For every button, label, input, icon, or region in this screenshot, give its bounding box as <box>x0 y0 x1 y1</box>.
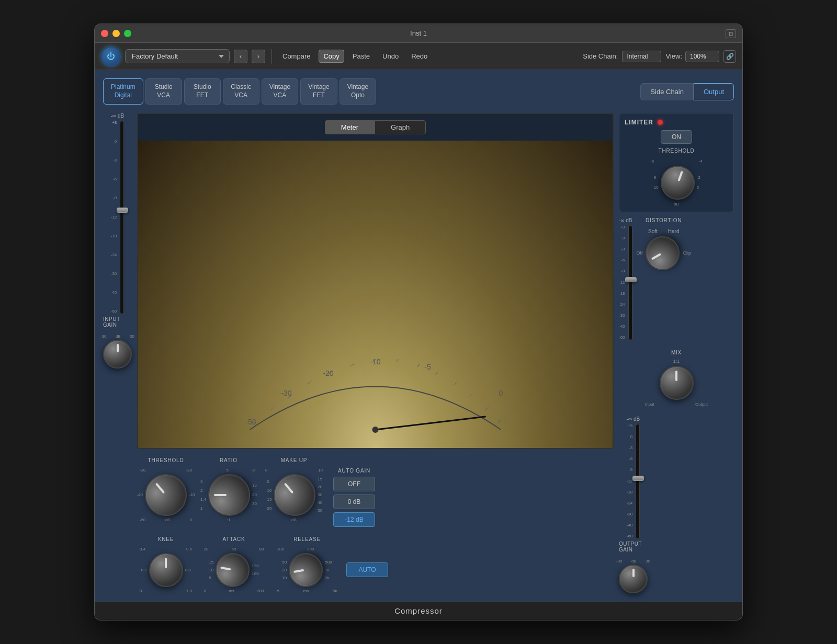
undo-button[interactable]: Undo <box>378 50 403 62</box>
ratio-knob[interactable] <box>208 474 250 516</box>
auto-gain-0db[interactable]: 0 dB <box>333 494 375 509</box>
input-gain-fader-handle[interactable] <box>117 208 128 213</box>
limiter-on-button[interactable]: ON <box>661 130 692 144</box>
auto-gain-12db[interactable]: -12 dB <box>333 512 375 527</box>
mode-tabs: Platinum Digital Studio VCA Studio FET C… <box>103 78 734 104</box>
meter-display: Meter Graph <box>137 113 614 449</box>
preset-dropdown[interactable]: Factory Default <box>125 49 230 63</box>
input-gain-db-top: -∞ dB <box>111 113 124 119</box>
expand-button[interactable]: ⊡ <box>726 29 736 38</box>
attack-section: ATTACK 20 50 80 15 10 5 <box>200 536 268 593</box>
plugin-footer: Compressor <box>95 602 742 620</box>
svg-line-16 <box>454 382 457 385</box>
scale-mark-60: -60 <box>111 309 117 314</box>
sidechain-label: Side Chain: <box>583 52 618 60</box>
sidechain-select[interactable]: Internal <box>622 51 661 62</box>
toolbar-divider <box>272 49 272 64</box>
tab-output[interactable]: Output <box>694 83 734 100</box>
output-gain-scale: +3 0 -3 -6 -9 -12 -18 -24 -30 -40 -60 <box>627 424 633 539</box>
right-middle-row: -∞ dB +3 0 -3 -6 -9 -12 -18 -24 <box>619 217 734 340</box>
view-select[interactable]: 100% <box>685 51 719 62</box>
tab-vintage-vca[interactable]: Vintage VCA <box>262 78 298 104</box>
svg-line-11 <box>350 364 355 366</box>
output-gain-label: OUTPUT GAIN <box>619 541 648 553</box>
svg-text:-10: -10 <box>370 358 380 366</box>
tab-vintage-fet[interactable]: Vintage FET <box>300 78 337 104</box>
input-gain-label: INPUT GAIN <box>103 316 132 328</box>
attack-knob[interactable] <box>213 550 252 589</box>
knee-knob[interactable] <box>149 553 183 587</box>
minimize-button[interactable] <box>112 30 120 37</box>
close-button[interactable] <box>101 30 108 37</box>
svg-line-18 <box>485 407 489 410</box>
scale-mark-3n: -3 <box>113 158 117 163</box>
compare-button[interactable]: Compare <box>278 50 314 62</box>
copy-button[interactable]: Copy <box>319 50 344 63</box>
link-button[interactable]: 🔗 <box>723 50 736 63</box>
tab-platinum-digital[interactable]: Platinum Digital <box>103 78 143 104</box>
distortion-off: Off <box>637 250 643 256</box>
distortion-soft: Soft <box>648 228 658 234</box>
right-section: LIMITER ON THRESHOLD -6 -4 -8 <box>619 113 734 593</box>
vu-meter-svg: -50 -30 -20 -10 -5 0 <box>149 333 602 438</box>
toolbar: ⏻ Factory Default ‹ › Compare Copy Paste… <box>95 43 742 70</box>
tab-studio-fet[interactable]: Studio FET <box>184 78 221 104</box>
scale-mark-0: 0 <box>115 140 117 144</box>
output-gain-fader-section: -∞ dB +3 0 -3 -6 -9 -12 -18 -24 -30 <box>619 416 648 593</box>
output-gain-knob[interactable] <box>619 565 648 593</box>
nav-next-button[interactable]: › <box>252 50 265 63</box>
svg-line-13 <box>397 359 399 362</box>
output-gain-fader-track[interactable] <box>636 424 640 539</box>
meter-view-tabs: Meter Graph <box>325 120 426 134</box>
limiter-threshold-knob[interactable] <box>656 160 699 204</box>
input-gain-fader-track[interactable] <box>120 121 124 314</box>
paste-button[interactable]: Paste <box>348 50 374 62</box>
plugin-body: Platinum Digital Studio VCA Studio FET C… <box>95 70 742 601</box>
limiter-output-fader: -∞ dB +3 0 -3 -6 -9 -12 -18 -24 <box>619 217 632 340</box>
center-section: Meter Graph <box>137 113 614 593</box>
window-title: Inst 1 <box>410 29 427 37</box>
limiter-fader-handle[interactable] <box>625 277 637 282</box>
limiter-fader-track[interactable] <box>628 225 632 340</box>
auto-release-button[interactable]: AUTO <box>346 562 388 577</box>
window-controls <box>101 30 131 37</box>
mix-knob[interactable] <box>660 366 694 400</box>
scale-mark-3: +3 <box>112 121 117 125</box>
makeup-knob[interactable] <box>265 465 324 524</box>
output-gain-db-top: -∞ dB <box>627 416 640 422</box>
auto-gain-off[interactable]: OFF <box>333 477 375 491</box>
distortion-knob[interactable] <box>640 230 686 277</box>
output-gain-bot-min: -30 <box>616 559 623 564</box>
attack-title: ATTACK <box>223 536 245 542</box>
release-section: RELEASE 100 200 50 20 10 <box>273 536 341 593</box>
input-gain-scale: +3 0 -3 -6 -9 -12 -18 -24 -30 -40 -60 <box>111 121 117 314</box>
tab-classic-vca[interactable]: Classic VCA <box>223 78 259 104</box>
distortion-section: DISTORTION Soft Hard Off Clip <box>637 217 691 340</box>
main-knobs-row: THRESHOLD -30 -20 -40 -10 <box>137 457 614 527</box>
tab-studio-vca[interactable]: Studio VCA <box>145 78 182 104</box>
distortion-knob-row: Off Clip <box>637 236 691 270</box>
nav-prev-button[interactable]: ‹ <box>234 50 247 63</box>
meter-tab-graph[interactable]: Graph <box>375 120 426 134</box>
limiter-fader-wrapper: +3 0 -3 -6 -9 -12 -18 -24 -30 -40 -60 <box>619 225 632 340</box>
tab-side-chain[interactable]: Side Chain <box>640 83 694 100</box>
title-bar: Inst 1 ⊡ <box>95 24 742 43</box>
output-gain-fader-handle[interactable] <box>632 476 644 481</box>
tab-vintage-opto[interactable]: Vintage Opto <box>340 78 376 104</box>
scale-mark-18: -18 <box>111 234 117 238</box>
threshold-title: THRESHOLD <box>148 457 184 463</box>
power-button[interactable]: ⏻ <box>101 47 121 66</box>
threshold-knob[interactable] <box>137 465 196 524</box>
scale-mark-12: -12 <box>111 215 117 220</box>
release-title: RELEASE <box>293 536 321 542</box>
maximize-button[interactable] <box>124 30 131 37</box>
auto-gain-section: AUTO GAIN OFF 0 dB -12 dB <box>331 468 378 527</box>
meter-tab-meter[interactable]: Meter <box>325 120 375 134</box>
scale-mark-40: -40 <box>111 291 117 295</box>
ratio-section: RATIO 5 8 3 2 1.4 1 <box>200 457 257 522</box>
title-bar-right: ⊡ <box>726 28 736 38</box>
input-gain-knob[interactable] <box>103 340 132 369</box>
redo-button[interactable]: Redo <box>407 50 432 62</box>
release-knob[interactable] <box>286 550 325 589</box>
svg-line-9 <box>308 381 312 384</box>
